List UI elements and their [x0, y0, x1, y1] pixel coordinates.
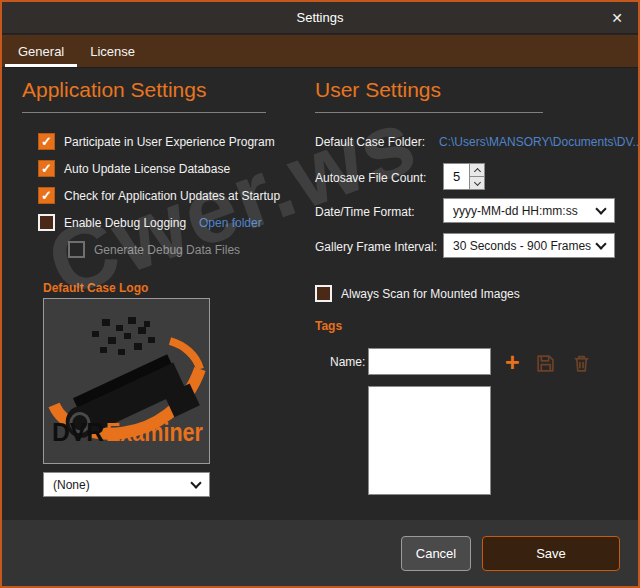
chevron-down-icon	[473, 178, 480, 185]
application-settings-rule	[22, 112, 266, 113]
checkbox-checked[interactable]: ✓	[38, 160, 55, 177]
checkbox-label: Auto Update License Database	[64, 162, 230, 176]
checkbox-label: Generate Debug Data Files	[94, 243, 240, 257]
checkbox-checked[interactable]: ✓	[38, 187, 55, 204]
checkmark-icon: ✓	[41, 189, 52, 202]
save-tag-icon[interactable]	[536, 354, 555, 373]
delete-tag-icon[interactable]	[572, 354, 591, 373]
gallery-frame-interval-select[interactable]: 30 Seconds - 900 Frames	[443, 233, 615, 258]
user-settings-heading: User Settings	[315, 78, 441, 102]
tab-license[interactable]: License	[77, 35, 148, 67]
checkbox-row-always-scan[interactable]: Always Scan for Mounted Images	[315, 285, 520, 302]
checkbox-label: Check for Application Updates at Startup	[64, 189, 280, 203]
checkbox-unchecked[interactable]	[38, 214, 55, 231]
gallery-frame-interval-value: 30 Seconds - 900 Frames	[453, 239, 591, 253]
cancel-button[interactable]: Cancel	[401, 536, 471, 571]
checkbox-label: Participate in User Experience Program	[64, 135, 275, 149]
dvr-examiner-logo: DVR Examiner	[44, 299, 209, 463]
save-button[interactable]: Save	[482, 536, 620, 571]
stepper-down-button[interactable]	[470, 176, 484, 189]
window-title: Settings	[297, 10, 344, 25]
checkbox-unchecked[interactable]	[315, 285, 332, 302]
datetime-format-value: yyyy-MM-dd HH:mm:ss	[453, 204, 578, 218]
checkbox-row-check-updates[interactable]: ✓ Check for Application Updates at Start…	[38, 187, 280, 204]
open-folder-link[interactable]: Open folder	[199, 216, 262, 230]
logo-select-value: (None)	[53, 478, 90, 492]
checkmark-icon: ✓	[41, 162, 52, 175]
tag-name-label: Name:	[330, 355, 364, 369]
tag-list[interactable]	[368, 386, 491, 495]
logo-select[interactable]: (None)	[43, 472, 210, 497]
settings-window: Settings ✕ General License Cwer.ws Appli…	[0, 0, 640, 588]
datetime-format-select[interactable]: yyyy-MM-dd HH:mm:ss	[443, 198, 615, 223]
title-bar: Settings ✕	[2, 2, 638, 34]
stepper-up-button[interactable]	[470, 164, 484, 176]
logo-text-examiner: Examiner	[106, 417, 203, 447]
user-settings-rule	[315, 112, 543, 113]
add-tag-icon[interactable]: +	[505, 351, 520, 373]
tab-general[interactable]: General	[5, 35, 77, 67]
checkmark-icon: ✓	[41, 135, 52, 148]
checkbox-row-auto-update-license[interactable]: ✓ Auto Update License Database	[38, 160, 230, 177]
tag-name-input[interactable]	[368, 348, 491, 375]
chevron-up-icon	[473, 167, 480, 174]
tags-heading: Tags	[315, 319, 342, 333]
tab-strip: General License	[2, 35, 638, 68]
checkbox-row-user-experience[interactable]: ✓ Participate in User Experience Program	[38, 133, 275, 150]
autosave-count-stepper[interactable]: 5	[443, 163, 485, 190]
chevron-down-icon	[595, 238, 606, 249]
checkbox-label: Always Scan for Mounted Images	[341, 287, 520, 301]
logo-text-dvr: DVR	[52, 417, 104, 447]
default-case-folder-label: Default Case Folder:	[315, 135, 425, 149]
checkbox-label: Enable Debug Logging	[64, 216, 186, 230]
pixel-mosaic	[92, 317, 155, 355]
checkbox-row-debug-logging[interactable]: Enable Debug Logging	[38, 214, 186, 231]
default-case-folder-path-link[interactable]: C:\Users\MANSORY\Documents\DV...	[439, 135, 640, 149]
close-icon[interactable]: ✕	[608, 9, 626, 27]
datetime-format-label: Date/Time Format:	[315, 205, 415, 219]
checkbox-row-generate-debug-disabled: Generate Debug Data Files	[68, 241, 240, 258]
footer-bar: Cancel Save	[2, 520, 638, 586]
chevron-down-icon	[190, 477, 201, 488]
chevron-down-icon	[595, 203, 606, 214]
checkbox-disabled	[68, 241, 85, 258]
autosave-file-count-label: Autosave File Count:	[315, 171, 426, 185]
autosave-count-value[interactable]: 5	[444, 164, 469, 189]
gallery-frame-interval-label: Gallery Frame Interval:	[315, 240, 437, 254]
default-case-logo-preview: DVR Examiner	[43, 298, 210, 464]
default-case-logo-label: Default Case Logo	[43, 281, 148, 295]
application-settings-heading: Application Settings	[22, 78, 206, 102]
checkbox-checked[interactable]: ✓	[38, 133, 55, 150]
